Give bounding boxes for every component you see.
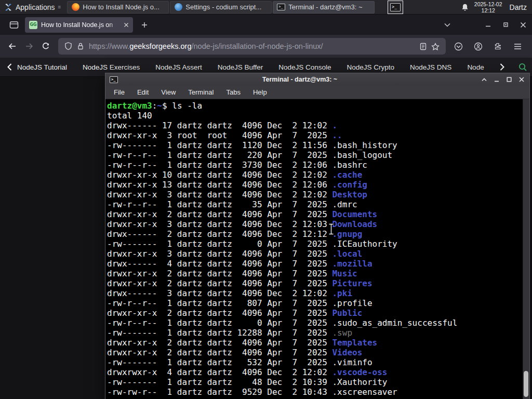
reader-view-icon[interactable] xyxy=(420,43,427,50)
window-restore-icon[interactable] xyxy=(497,18,514,32)
terminal-minimize-icon[interactable] xyxy=(494,77,499,82)
account-icon[interactable] xyxy=(470,38,486,54)
site-nav-link[interactable]: NodeJS DNS xyxy=(410,63,451,71)
terminal-icon: >_ xyxy=(277,3,285,11)
codium-icon xyxy=(174,3,182,11)
shield-icon[interactable] xyxy=(64,42,72,50)
terminal-window: >_ Terminal - dartz@vm3: ~ File Edit xyxy=(105,73,530,399)
top-panel: Applications ≡ How to Install Node.js o.… xyxy=(0,0,532,15)
desktop: Applications ≡ How to Install Node.js o.… xyxy=(0,0,532,399)
forward-button[interactable] xyxy=(21,38,37,54)
terminal-body: dartz@vm3:~$ ls -la total 140 drwx------… xyxy=(105,99,529,399)
notification-bell-icon[interactable] xyxy=(461,3,469,11)
nav-scroll-right-icon[interactable] xyxy=(500,63,504,71)
taskbar-window-terminal[interactable]: >_ Terminal - dartz@vm3: ~ xyxy=(273,1,375,14)
site-favicon: GG xyxy=(29,21,37,29)
terminal-maximize-icon[interactable] xyxy=(507,77,512,82)
terminal-output[interactable]: dartz@vm3:~$ ls -la total 140 drwx------… xyxy=(105,99,529,397)
menu-hamburger-icon[interactable] xyxy=(509,38,526,54)
terminal-close-icon[interactable] xyxy=(519,77,524,82)
reload-button[interactable] xyxy=(37,38,54,54)
menu-terminal[interactable]: Terminal xyxy=(188,88,214,96)
extensions-icon[interactable] xyxy=(489,38,506,54)
site-nav-link[interactable]: NodeJS Crypto xyxy=(347,63,395,71)
terminal-shade-icon[interactable] xyxy=(482,77,487,82)
menu-view[interactable]: View xyxy=(161,88,176,96)
back-button[interactable] xyxy=(4,38,21,54)
url-text: https://www.geeksforgeeks.org/node-js/in… xyxy=(89,42,415,50)
applications-label: Applications xyxy=(16,3,55,11)
taskbar-window-codium[interactable]: Settings - codium script... xyxy=(170,1,272,14)
terminal-menubar: File Edit View Terminal Tabs Help xyxy=(105,86,529,99)
window-close-icon[interactable] xyxy=(514,18,532,32)
tray-terminal-icon[interactable]: >_ xyxy=(388,1,403,14)
user-menu[interactable]: Dartz xyxy=(508,3,527,11)
tab-close-icon[interactable] xyxy=(124,22,129,28)
site-nav-link[interactable]: Node xyxy=(467,63,484,71)
browser-tab[interactable]: GG How to Install Node.js on xyxy=(25,17,133,33)
site-nav-link[interactable]: NodeJS Exercises xyxy=(83,63,140,71)
firefox-view-icon[interactable] xyxy=(6,18,22,32)
clock-time: 12:12 xyxy=(482,7,495,14)
menu-tabs[interactable]: Tabs xyxy=(226,88,240,96)
site-nav-link[interactable]: NodeJS Tutorial xyxy=(17,63,67,71)
window-minimize-icon[interactable] xyxy=(479,18,497,32)
panel-clock[interactable]: 2025-12-02 12:12 xyxy=(474,1,502,14)
menu-edit[interactable]: Edit xyxy=(137,88,149,96)
site-nav-link[interactable]: NodeJS Console xyxy=(278,63,331,71)
list-all-tabs-icon[interactable] xyxy=(440,18,455,32)
distro-logo-icon xyxy=(4,3,12,11)
bookmark-star-icon[interactable] xyxy=(431,43,440,50)
terminal-window-icon: >_ xyxy=(110,76,118,83)
url-scheme: https://www. xyxy=(89,42,129,50)
url-bar[interactable]: https://www.geeksforgeeks.org/node-js/in… xyxy=(58,38,446,55)
terminal-glyph-icon: >_ xyxy=(390,3,401,11)
search-icon[interactable] xyxy=(518,62,527,72)
new-tab-button[interactable] xyxy=(137,18,152,32)
site-nav-link[interactable]: NodeJS Assert xyxy=(155,63,202,71)
applications-menu[interactable]: Applications ≡ xyxy=(0,0,66,14)
url-domain: geeksforgeeks.org xyxy=(129,42,191,50)
site-nav-link[interactable]: NodeJS Buffer xyxy=(218,63,263,71)
mouse-cursor-ibeam xyxy=(328,223,335,235)
clock-date: 2025-12-02 xyxy=(474,1,502,7)
menu-file[interactable]: File xyxy=(114,88,125,96)
firefox-icon xyxy=(71,3,79,11)
browser-tab-bar: GG How to Install Node.js on xyxy=(0,15,532,35)
terminal-scrollbar[interactable] xyxy=(523,99,529,399)
tab-title: How to Install Node.js on xyxy=(41,21,120,29)
browser-toolbar: https://www.geeksforgeeks.org/node-js/in… xyxy=(0,35,532,58)
terminal-title: Terminal - dartz@vm3: ~ xyxy=(118,76,482,83)
taskbar-window-firefox[interactable]: How to Install Node.js o... xyxy=(67,1,169,14)
terminal-scrollbar-thumb[interactable] xyxy=(524,371,528,397)
lock-icon[interactable] xyxy=(77,42,84,50)
menu-help[interactable]: Help xyxy=(253,88,267,96)
terminal-titlebar[interactable]: >_ Terminal - dartz@vm3: ~ xyxy=(105,73,529,86)
pocket-icon[interactable] xyxy=(450,38,467,54)
nav-scroll-left-icon[interactable] xyxy=(7,63,12,71)
panel-grip: ≡ xyxy=(58,4,62,10)
url-path: /node-js/installation-of-node-js-on-linu… xyxy=(191,42,323,50)
